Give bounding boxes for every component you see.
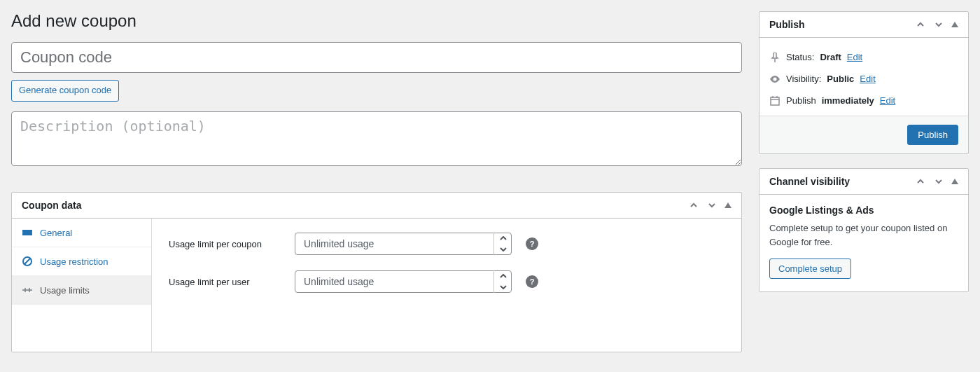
usage-limit-per-coupon-stepper[interactable] [295, 233, 512, 255]
status-label: Status: [786, 52, 814, 62]
toggle-panel-icon[interactable] [951, 179, 958, 184]
coupon-code-input[interactable] [11, 42, 742, 73]
visibility-label: Visibility: [786, 74, 821, 84]
no-entry-icon [22, 256, 33, 267]
tab-usage-limits-label: Usage limits [40, 285, 90, 296]
visibility-edit-link[interactable]: Edit [860, 74, 875, 84]
calendar-icon [769, 96, 780, 106]
channel-heading: Channel visibility [769, 176, 850, 187]
help-icon[interactable]: ? [526, 275, 538, 288]
sliders-icon [22, 284, 33, 296]
coupon-data-panel: Coupon data General Usage restriction [11, 192, 742, 352]
help-icon[interactable]: ? [526, 237, 538, 250]
tab-usage-restriction-label: Usage restriction [40, 256, 108, 267]
stepper-up-icon[interactable] [494, 233, 512, 244]
usage-limit-per-user-input[interactable] [295, 270, 512, 293]
generate-coupon-button[interactable]: Generate coupon code [11, 80, 119, 102]
coupon-description-textarea[interactable] [11, 111, 742, 166]
chevron-up-icon[interactable] [915, 176, 926, 187]
pin-icon [769, 53, 780, 62]
toggle-panel-icon[interactable] [951, 22, 958, 27]
coupon-data-heading: Coupon data [22, 200, 82, 211]
stepper-down-icon[interactable] [494, 244, 512, 255]
chevron-up-icon[interactable] [915, 19, 926, 30]
status-value: Draft [820, 52, 841, 62]
publish-button[interactable]: Publish [907, 125, 958, 145]
schedule-label: Publish [786, 95, 816, 106]
toggle-panel-icon[interactable] [724, 202, 732, 208]
channel-subheading: Google Listings & Ads [769, 205, 958, 216]
channel-visibility-panel: Channel visibility Google Listings & Ads… [759, 168, 969, 292]
chevron-up-icon[interactable] [688, 200, 699, 211]
publish-heading: Publish [769, 19, 805, 30]
usage-limit-per-user-label: Usage limit per user [169, 277, 281, 287]
status-edit-link[interactable]: Edit [847, 52, 862, 62]
complete-setup-button[interactable]: Complete setup [769, 259, 851, 279]
svg-line-1 [24, 259, 30, 264]
page-title: Add new coupon [11, 11, 742, 31]
usage-limit-per-coupon-input[interactable] [295, 233, 512, 255]
chevron-down-icon[interactable] [933, 176, 944, 187]
usage-limit-per-coupon-label: Usage limit per coupon [169, 239, 281, 249]
eye-icon [769, 76, 780, 83]
usage-limit-per-user-stepper[interactable] [295, 270, 512, 293]
tab-general-label: General [40, 228, 72, 238]
tab-general[interactable]: General [12, 219, 151, 247]
schedule-edit-link[interactable]: Edit [880, 95, 895, 106]
stepper-up-icon[interactable] [494, 270, 512, 282]
ticket-icon [22, 227, 33, 238]
visibility-value: Public [827, 74, 854, 84]
svg-rect-5 [771, 97, 779, 105]
tab-usage-restriction[interactable]: Usage restriction [12, 247, 151, 276]
stepper-down-icon[interactable] [494, 282, 512, 293]
publish-panel: Publish Status: Draft Edit Visibility: [759, 11, 969, 154]
schedule-value: immediately [822, 95, 874, 106]
chevron-down-icon[interactable] [706, 200, 718, 211]
tab-usage-limits[interactable]: Usage limits [12, 276, 151, 305]
channel-description: Complete setup to get your coupon listed… [769, 221, 958, 249]
chevron-down-icon[interactable] [933, 19, 944, 30]
